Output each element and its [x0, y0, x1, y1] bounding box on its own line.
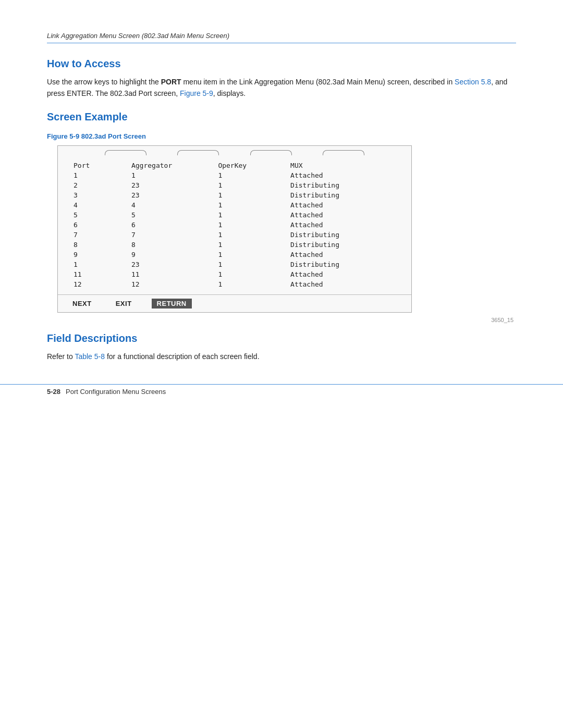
table-cell: 23	[126, 260, 213, 269]
table-cell: 1	[213, 260, 285, 269]
table-cell: 2	[68, 180, 126, 190]
figure-5-9-link[interactable]: Figure 5-9	[180, 89, 213, 97]
table-cell: 1	[213, 200, 285, 210]
table-cell: Distributing	[285, 190, 401, 200]
screen-content: Port Aggregator OperKey MUX 111Attached2…	[58, 155, 411, 289]
table-cell: 1	[213, 279, 285, 289]
top-header-text: Link Aggregation Menu Screen (802.3ad Ma…	[47, 32, 229, 40]
table-cell: 1	[213, 170, 285, 180]
col-header-port: Port	[68, 161, 126, 170]
table-cell: 1	[213, 220, 285, 230]
table-row: 12121Attached	[68, 279, 401, 289]
next-button[interactable]: NEXT	[68, 299, 96, 309]
table-row: 881Distributing	[68, 240, 401, 250]
table-row: 661Attached	[68, 220, 401, 230]
table-cell: 1	[213, 190, 285, 200]
field-descriptions-body: Refer to Table 5-8 for a functional desc…	[47, 351, 516, 362]
screen-example-section: Screen Example Figure 5-9 802.3ad Port S…	[47, 111, 516, 323]
tab-curve-4	[323, 150, 364, 155]
field-descriptions-section: Field Descriptions Refer to Table 5-8 fo…	[47, 332, 516, 362]
table-cell: 1	[213, 269, 285, 279]
return-button[interactable]: RETURN	[152, 299, 192, 309]
table-cell: 4	[68, 200, 126, 210]
figure-id: 3650_15	[47, 317, 513, 323]
table-row: 2231Distributing	[68, 180, 401, 190]
table-cell: Attached	[285, 220, 401, 230]
table-cell: 5	[126, 210, 213, 220]
table-cell: 23	[126, 190, 213, 200]
col-header-operkey: OperKey	[213, 161, 285, 170]
table-cell: 1	[68, 260, 126, 269]
table-row: 3231Distributing	[68, 190, 401, 200]
body-text-before-bold: Use the arrow keys to highlight the	[47, 78, 161, 86]
table-cell: 4	[126, 200, 213, 210]
top-header: Link Aggregation Menu Screen (802.3ad Ma…	[47, 31, 516, 43]
figure-label: Figure 5-9 802.3ad Port Screen	[47, 132, 516, 140]
table-cell: Distributing	[285, 260, 401, 269]
tab-curve-2	[177, 150, 219, 155]
table-cell: 11	[126, 269, 213, 279]
field-descriptions-heading: Field Descriptions	[47, 332, 516, 344]
table-cell: 8	[68, 240, 126, 250]
table-cell: Attached	[285, 250, 401, 260]
table-cell: 9	[68, 250, 126, 260]
table-cell: 3	[68, 190, 126, 200]
col-header-mux: MUX	[285, 161, 401, 170]
screen-footer: NEXT EXIT RETURN	[58, 294, 411, 312]
col-header-aggregator: Aggregator	[126, 161, 213, 170]
table-cell: Attached	[285, 269, 401, 279]
table-cell: Attached	[285, 210, 401, 220]
table-cell: 1	[126, 170, 213, 180]
table-cell: 11	[68, 269, 126, 279]
tab-curve-1	[105, 150, 146, 155]
table-cell: 1	[213, 230, 285, 240]
table-cell: Distributing	[285, 240, 401, 250]
how-to-access-section: How to Access Use the arrow keys to high…	[47, 58, 516, 100]
table-cell: 1	[68, 170, 126, 180]
exit-button[interactable]: EXIT	[112, 299, 136, 309]
page-footer-text: Port Configuration Menu Screens	[66, 388, 166, 396]
screen-table: Port Aggregator OperKey MUX 111Attached2…	[68, 161, 401, 289]
table-cell: 9	[126, 250, 213, 260]
table-row: 1231Distributing	[68, 260, 401, 269]
table-row: 11111Attached	[68, 269, 401, 279]
tab-curve-3	[250, 150, 292, 155]
table-cell: 1	[213, 180, 285, 190]
table-cell: 6	[126, 220, 213, 230]
table-cell: 8	[126, 240, 213, 250]
how-to-access-body: Use the arrow keys to highlight the PORT…	[47, 76, 516, 100]
how-to-access-heading: How to Access	[47, 58, 516, 70]
table-cell: 12	[126, 279, 213, 289]
fd-text-after: for a functional description of each scr…	[105, 352, 260, 361]
bold-port: PORT	[161, 78, 181, 86]
table-header-row: Port Aggregator OperKey MUX	[68, 161, 401, 170]
table-cell: Attached	[285, 200, 401, 210]
page-footer: 5-28 Port Configuration Menu Screens	[0, 384, 563, 396]
table-row: 771Distributing	[68, 230, 401, 240]
section-5-8-link[interactable]: Section 5.8	[455, 78, 491, 86]
table-cell: Attached	[285, 279, 401, 289]
screen-example-heading: Screen Example	[47, 111, 516, 123]
table-cell: 7	[68, 230, 126, 240]
table-cell: Distributing	[285, 230, 401, 240]
body-text-end: , displays.	[213, 89, 246, 97]
table-cell: Distributing	[285, 180, 401, 190]
screen-top-decoration	[58, 146, 411, 155]
table-cell: 12	[68, 279, 126, 289]
table-cell: Attached	[285, 170, 401, 180]
page-footer-number: 5-28	[47, 388, 60, 396]
table-cell: 23	[126, 180, 213, 190]
table-cell: 1	[213, 250, 285, 260]
table-cell: 5	[68, 210, 126, 220]
table-cell: 6	[68, 220, 126, 230]
table-row: 551Attached	[68, 210, 401, 220]
table-cell: 7	[126, 230, 213, 240]
screen-box: Port Aggregator OperKey MUX 111Attached2…	[57, 145, 412, 313]
table-5-8-link[interactable]: Table 5-8	[75, 352, 105, 361]
table-row: 991Attached	[68, 250, 401, 260]
body-text-after-bold: menu item in the Link Aggregation Menu (…	[181, 78, 455, 86]
table-row: 441Attached	[68, 200, 401, 210]
fd-text-before: Refer to	[47, 352, 75, 361]
page: Link Aggregation Menu Screen (802.3ad Ma…	[0, 0, 563, 415]
table-cell: 1	[213, 240, 285, 250]
